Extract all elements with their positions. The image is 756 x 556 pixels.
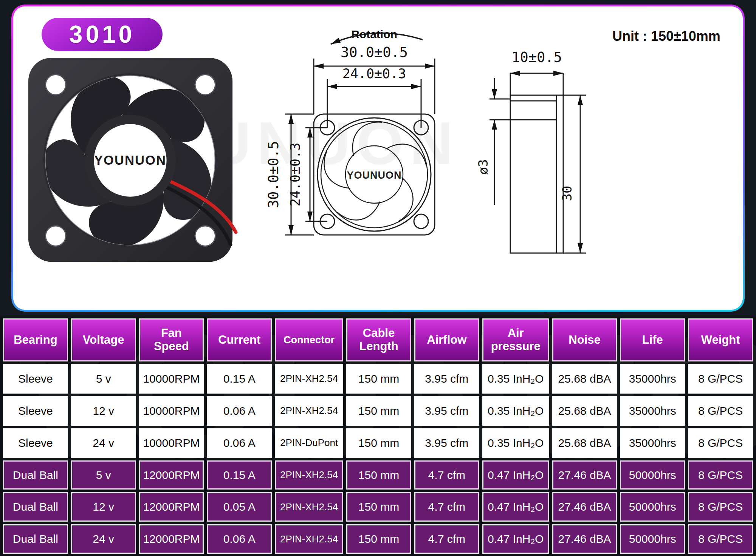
table-cell: 12000RPM [139, 524, 204, 554]
table-cell: 2PIN-XH2.54 [275, 524, 343, 554]
fan-mount-hole [195, 75, 215, 95]
table-cell: 25.68 dBA [552, 428, 617, 458]
table-cell: Dual Ball [3, 492, 68, 522]
table-cell: 150 mm [346, 492, 411, 522]
table-cell: 0.06 A [207, 428, 272, 458]
table-cell: 5 v [71, 364, 136, 394]
fan-image: YOUNUON [23, 56, 240, 265]
fan-hub-label: YOUNUON [94, 153, 166, 167]
dim-depth-label: 10±0.5 [511, 49, 562, 65]
table-cell: 4.7 cfm [414, 460, 479, 490]
table-cell: 3.95 cfm [414, 364, 479, 394]
table-cell: 12000RPM [139, 492, 204, 522]
table-cell: Sleeve [3, 428, 68, 458]
table-cell: 8 G/PCS [688, 364, 753, 394]
table-cell: 12 v [71, 396, 136, 426]
side-view-drawing: 10±0.5 ø3 30 [472, 42, 590, 263]
table-cell: 150 mm [346, 396, 411, 426]
table-cell: 4.7 cfm [414, 524, 479, 554]
table-cell: 24 v [71, 524, 136, 554]
table-cell: 0.06 A [207, 524, 272, 554]
table-cell: Sleeve [3, 364, 68, 394]
table-cell: 150 mm [346, 364, 411, 394]
header-connector: Connector [275, 318, 343, 361]
spec-table: YOUNUON Bearing Voltage Fan Speed Curren… [0, 317, 756, 556]
table-cell: 27.46 dBA [552, 524, 617, 554]
table-cell: 10000RPM [139, 396, 204, 426]
table-cell: 0.35 InH₂O [482, 364, 549, 394]
header-life: Life [620, 318, 685, 361]
header-voltage: Voltage [71, 318, 136, 361]
model-badge-label: 3010 [69, 20, 135, 48]
dim-side-label: 30 [559, 186, 575, 201]
table-cell: 12000RPM [139, 460, 204, 490]
table-cell: 0.47 InH₂O [482, 460, 549, 490]
table-cell: 5 v [71, 460, 136, 490]
dim-height-label: 30.0±0.5 [265, 141, 282, 208]
table-cell: 10000RPM [139, 428, 204, 458]
rotation-label: Rotation [351, 28, 397, 40]
model-badge: 3010 [42, 18, 163, 51]
table-cell: 50000hrs [620, 524, 685, 554]
spec-grid: Bearing Voltage Fan Speed Current Connec… [0, 317, 756, 556]
table-cell: 150 mm [346, 460, 411, 490]
header-weight: Weight [688, 318, 753, 361]
top-panel: YOUNUON 3010 Unit : 150±10mm [11, 5, 745, 312]
table-cell: 2PIN-XH2.54 [275, 460, 343, 490]
table-cell: 0.47 InH₂O [482, 492, 549, 522]
table-cell: Dual Ball [3, 460, 68, 490]
table-cell: 35000hrs [620, 364, 685, 394]
dim-width-inner-label: 24.0±0.3 [342, 66, 406, 81]
table-cell: 2PIN-XH2.54 [275, 396, 343, 426]
table-cell: Sleeve [3, 396, 68, 426]
table-cell: 50000hrs [620, 460, 685, 490]
table-cell: 8 G/PCS [688, 524, 753, 554]
header-current: Current [207, 318, 272, 361]
header-fan-speed: Fan Speed [139, 318, 204, 361]
table-cell: 150 mm [346, 524, 411, 554]
table-cell: 10000RPM [139, 364, 204, 394]
table-cell: 25.68 dBA [552, 396, 617, 426]
table-cell: 4.7 cfm [414, 492, 479, 522]
fan-mount-hole [46, 75, 66, 95]
table-cell: 27.46 dBA [552, 460, 617, 490]
table-cell: 8 G/PCS [688, 428, 753, 458]
table-cell: 8 G/PCS [688, 396, 753, 426]
table-cell: 27.46 dBA [552, 492, 617, 522]
header-cable-length: Cable Length [346, 318, 411, 361]
fan-mount-hole [46, 226, 66, 246]
dim-hole-label: ø3 [476, 159, 491, 175]
table-cell: 0.05 A [207, 492, 272, 522]
page: YOUNUON 3010 Unit : 150±10mm [0, 0, 756, 556]
table-cell: 25.68 dBA [552, 364, 617, 394]
dim-height-inner-label: 24.0±0.3 [288, 143, 303, 207]
header-noise: Noise [552, 318, 617, 361]
header-bearing: Bearing [3, 318, 68, 361]
front-view-drawing: Rotation 30.0±0.5 24.0±0.3 30.0±0.5 24.0… [261, 22, 450, 246]
table-cell: 3.95 cfm [414, 428, 479, 458]
table-cell: 0.35 InH₂O [482, 428, 549, 458]
table-cell: 0.47 InH₂O [482, 524, 549, 554]
table-cell: 2PIN-DuPont [275, 428, 343, 458]
table-cell: 0.15 A [207, 460, 272, 490]
table-cell: 2PIN-XH2.54 [275, 492, 343, 522]
table-cell: 12 v [71, 492, 136, 522]
header-airflow: Airflow [414, 318, 479, 361]
unit-label: Unit : 150±10mm [612, 28, 720, 44]
table-cell: 3.95 cfm [414, 396, 479, 426]
header-air-pressure: Air pressure [482, 318, 549, 361]
table-cell: 8 G/PCS [688, 460, 753, 490]
table-cell: 8 G/PCS [688, 492, 753, 522]
table-cell: 0.06 A [207, 396, 272, 426]
table-cell: Dual Ball [3, 524, 68, 554]
top-panel-inner: YOUNUON 3010 Unit : 150±10mm [13, 6, 743, 310]
table-cell: 2PIN-XH2.54 [275, 364, 343, 394]
table-cell: 0.35 InH₂O [482, 396, 549, 426]
table-cell: 35000hrs [620, 428, 685, 458]
table-cell: 35000hrs [620, 396, 685, 426]
table-cell: 150 mm [346, 428, 411, 458]
dim-width-label: 30.0±0.5 [341, 44, 408, 60]
table-cell: 50000hrs [620, 492, 685, 522]
table-cell: 24 v [71, 428, 136, 458]
fan-mount-hole [195, 226, 215, 246]
